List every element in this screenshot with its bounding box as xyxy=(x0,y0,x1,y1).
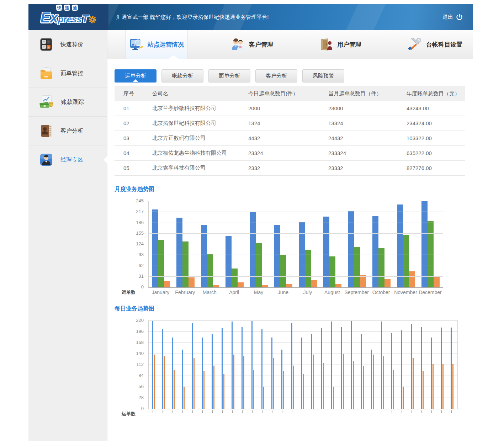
col-header-year-amount: 年度账单总数目（元） xyxy=(406,86,465,101)
table-cell: 23324 xyxy=(248,146,328,161)
bar-series-1 xyxy=(291,323,292,409)
bar-series-2 xyxy=(333,387,334,409)
x-axis-tick xyxy=(431,410,432,413)
bar-series-3 xyxy=(360,275,366,287)
sidebar-item-customer-analysis[interactable]: 客户分析 xyxy=(28,117,107,145)
y-axis-tick-label: 31 xyxy=(115,273,144,279)
nav-item-site-operations[interactable]: 站点运营情况 xyxy=(125,30,188,59)
company-waybill-table: 序号 公司名 今日运单总数目(件） 当月运单总数目（件） 年度账单总数目（元） … xyxy=(115,86,465,176)
table-row: 04北京福佑龙惠生物科技有限公司23324233324635222.00 xyxy=(115,146,465,161)
sidebar-item-waybill-control[interactable]: 面单管控 xyxy=(28,59,107,88)
nav-item-label: 台帐科目设置 xyxy=(426,41,462,49)
svg-text:÷: ÷ xyxy=(43,45,45,49)
table-cell: 43243.00 xyxy=(406,101,465,116)
logo-zone: 快 递 通 ExpressT xyxy=(28,4,108,30)
col-header-today-count: 今日运单总数目(件） xyxy=(248,86,328,101)
bar-group xyxy=(345,201,369,287)
y-axis-tick-label: 155 xyxy=(115,230,144,236)
x-axis-tick xyxy=(302,410,302,413)
monthly-chart-title: 月度业务趋势图 xyxy=(115,186,465,193)
daily-chart-title: 每日业务趋势图 xyxy=(115,305,465,313)
bar-series-2 xyxy=(329,256,335,287)
y-axis-tick-label: 140 xyxy=(115,351,144,356)
x-axis-tick xyxy=(222,410,223,413)
bar-series-2 xyxy=(233,355,234,409)
bar-series-3 xyxy=(335,284,341,287)
gridline xyxy=(149,320,457,321)
bar-series-1 xyxy=(274,225,280,287)
gridline xyxy=(149,266,443,266)
bar-series-2 xyxy=(158,240,164,287)
sidebar-item-payment-tracking[interactable]: 账款跟踪 xyxy=(28,88,107,117)
bar-series-2 xyxy=(363,366,364,409)
logo-badge: 通 xyxy=(71,4,78,11)
bar-series-1 xyxy=(431,338,432,409)
bar-series-1 xyxy=(202,338,203,409)
x-axis-tick xyxy=(332,410,332,413)
y-axis-tick-label: 84 xyxy=(115,373,144,378)
bar-series-2 xyxy=(452,364,453,409)
bar-series-2 xyxy=(313,355,314,409)
bar-series-3 xyxy=(238,282,244,287)
tab-risk-warning[interactable]: 风险预警 xyxy=(302,69,344,83)
y-axis-tick-label: 0 xyxy=(115,284,144,289)
active-nav-pointer xyxy=(169,55,179,59)
x-axis-label: April xyxy=(222,289,246,295)
nav-item-user-management[interactable]: 用户管理 xyxy=(316,30,365,59)
table-cell: 03 xyxy=(115,131,152,146)
bar-series-2 xyxy=(403,235,409,287)
nav-item-customer-management[interactable]: 客户管理 xyxy=(227,30,277,59)
bar-series-2 xyxy=(273,358,274,409)
x-axis-tick xyxy=(272,410,272,413)
table-cell: 2000 xyxy=(248,101,328,116)
bar-group xyxy=(320,201,345,287)
x-axis-label: October xyxy=(369,289,393,295)
bar-series-1 xyxy=(242,327,243,409)
y-axis-tick-label: 0 xyxy=(115,406,144,411)
table-cell: 233324 xyxy=(328,146,406,161)
bar-series-2 xyxy=(243,356,244,409)
bar-series-2 xyxy=(305,250,311,287)
y-axis-tick-label: 124 xyxy=(115,241,144,246)
bar-series-2 xyxy=(182,241,189,287)
tab-sheet-analysis[interactable]: 面单分析 xyxy=(208,69,250,83)
sidebar-item-label: 快速算价 xyxy=(60,41,83,48)
sidebar-item-label: 账款跟踪 xyxy=(61,99,84,106)
table-cell: 2332 xyxy=(248,161,328,176)
bar-group xyxy=(198,201,222,287)
tab-customer-analysis[interactable]: 客户分析 xyxy=(255,69,297,83)
bar-series-1 xyxy=(451,328,452,409)
daily-trend-chart: 0285684112140168196220运单数 xyxy=(115,320,465,414)
bar-series-1 xyxy=(232,322,233,409)
logout-button[interactable]: 退出 xyxy=(442,4,473,30)
sidebar-item-manager-zone[interactable]: 经理专区 xyxy=(28,145,107,174)
x-axis-label: September xyxy=(344,289,369,295)
x-axis-label: January xyxy=(148,289,173,295)
x-axis-label: March xyxy=(197,289,222,295)
table-cell: 02 xyxy=(115,116,152,131)
bar-series-1 xyxy=(222,328,223,409)
table-cell: 24432 xyxy=(328,131,406,146)
x-axis-tick xyxy=(262,410,262,413)
table-cell: 1324 xyxy=(248,116,328,131)
bar-series-3 xyxy=(434,276,440,287)
bar-series-1 xyxy=(351,321,352,409)
x-axis-tick xyxy=(282,410,282,413)
nav-item-ledger-settings[interactable]: 台帐科目设置 xyxy=(404,30,466,59)
bar-series-2 xyxy=(232,269,238,287)
gridline xyxy=(149,276,443,277)
table-cell: 4432 xyxy=(248,131,328,146)
bar-series-2 xyxy=(343,354,344,409)
table-cell: 23000 xyxy=(328,101,406,116)
tab-waybill-analysis[interactable]: 运单分析 xyxy=(115,69,156,83)
bar-series-1 xyxy=(311,334,312,409)
calculator-icon: +−÷= xyxy=(39,37,53,52)
sidebar-item-quick-pricing[interactable]: +−÷= 快速算价 xyxy=(28,30,107,59)
tab-account-analysis[interactable]: 帐款分析 xyxy=(161,69,203,83)
x-axis-label: November xyxy=(393,289,418,295)
bar-series-1 xyxy=(441,328,442,409)
y-axis-tick-label: 196 xyxy=(115,329,144,334)
table-cell: 北京拓保世纪科技有限公司 xyxy=(152,116,248,131)
bar-series-2 xyxy=(203,371,205,409)
y-axis-tick-label: 112 xyxy=(115,362,144,367)
